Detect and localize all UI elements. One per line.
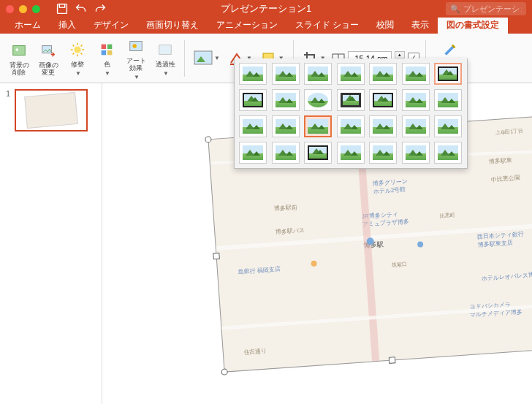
slide-thumbnail[interactable]: 1 [6, 89, 96, 132]
title-bar: プレゼンテーション1 🔍 プレゼンテーション [0, 0, 532, 18]
svg-rect-0 [58, 4, 67, 14]
style-option[interactable] [304, 63, 332, 85]
chevron-down-icon: ▼ [134, 74, 140, 80]
tab-transitions[interactable]: 画面切り替え [137, 17, 208, 34]
map-label: 博多駅前 [273, 204, 297, 213]
save-icon[interactable] [53, 1, 71, 17]
style-option[interactable] [272, 115, 300, 137]
style-option[interactable] [434, 89, 462, 111]
style-option[interactable] [272, 142, 300, 164]
chevron-down-icon: ▼ [163, 70, 169, 77]
style-option[interactable] [434, 63, 462, 85]
step-up-button[interactable]: ▲ [395, 51, 405, 58]
style-option[interactable] [304, 89, 332, 111]
slide-map-preview [24, 92, 78, 129]
map-label: 博多グリーン ホテル2号館 [373, 177, 408, 195]
style-option[interactable] [402, 89, 430, 111]
style-option[interactable] [304, 142, 332, 164]
svg-rect-15 [107, 45, 112, 49]
color-icon [96, 39, 117, 60]
selection-handle[interactable] [213, 253, 220, 260]
corrections-button[interactable]: 修整 ▼ [64, 39, 91, 77]
search-input[interactable]: 🔍 プレゼンテーション [446, 2, 526, 15]
svg-line-12 [73, 53, 75, 55]
style-option[interactable] [239, 63, 267, 85]
map-label: 住吉通り [243, 346, 267, 356]
svg-line-11 [81, 53, 83, 55]
svg-line-13 [81, 45, 83, 47]
map-label: 博多駅東 [488, 156, 512, 165]
style-option[interactable] [402, 142, 430, 164]
style-option[interactable] [369, 89, 397, 111]
style-option-selected[interactable] [304, 115, 332, 137]
close-window-button[interactable] [6, 5, 14, 13]
tab-view[interactable]: 表示 [403, 17, 438, 34]
tab-animations[interactable]: アニメーション [208, 17, 286, 34]
svg-rect-16 [102, 50, 106, 55]
svg-line-10 [73, 45, 75, 47]
map-marker-icon [417, 241, 424, 248]
chevron-down-icon: ▼ [75, 70, 81, 77]
style-option[interactable] [369, 63, 397, 85]
change-picture-button[interactable]: 画像の 変更 [35, 40, 61, 77]
picture-styles-gallery [234, 58, 468, 169]
transparency-icon [155, 39, 175, 60]
map-label: ホテルレオパレス博多 [482, 270, 532, 283]
selection-handle[interactable] [221, 368, 228, 376]
svg-rect-1 [59, 4, 64, 8]
style-option[interactable] [337, 115, 365, 137]
svg-rect-22 [194, 51, 212, 64]
style-option[interactable] [369, 115, 397, 137]
chevron-down-icon: ▼ [214, 55, 220, 61]
style-option[interactable] [402, 115, 430, 137]
tab-slideshow[interactable]: スライド ショー [286, 17, 368, 34]
change-picture-icon [38, 40, 58, 61]
map-label: 比恵町 [440, 211, 456, 219]
tab-insert[interactable]: 挿入 [50, 17, 85, 34]
search-icon: 🔍 [450, 4, 460, 14]
corrections-icon [67, 39, 88, 60]
style-option[interactable] [337, 89, 365, 111]
style-option[interactable] [239, 142, 267, 164]
style-option[interactable] [337, 63, 365, 85]
transparency-button[interactable]: 透過性 ▼ [152, 39, 178, 77]
minimize-window-button[interactable] [19, 5, 27, 13]
tab-picture-format[interactable]: 図の書式設定 [438, 17, 508, 34]
remove-bg-icon [9, 40, 29, 61]
svg-rect-4 [42, 45, 52, 53]
map-label: 島銀行 福岡支店 [238, 265, 281, 276]
style-option[interactable] [369, 142, 397, 164]
svg-rect-14 [102, 45, 106, 49]
map-label: 筑紫口 [392, 261, 408, 269]
undo-icon[interactable] [72, 1, 90, 17]
style-option[interactable] [434, 115, 462, 137]
tab-home[interactable]: ホーム [6, 17, 50, 34]
tab-design[interactable]: デザイン [85, 17, 137, 34]
style-option[interactable] [239, 89, 267, 111]
map-label: 中比恵公園 [490, 174, 520, 184]
redo-icon[interactable] [91, 1, 109, 17]
artistic-effects-button[interactable]: アート 効果 ▼ [123, 36, 149, 80]
document-title: プレゼンテーション1 [221, 2, 311, 15]
color-button[interactable]: 色 ▼ [94, 39, 120, 77]
remove-background-button[interactable]: 背景の 削除 [6, 40, 32, 77]
quick-access-toolbar [53, 1, 109, 17]
selection-handle[interactable] [389, 357, 396, 364]
style-option[interactable] [434, 142, 462, 164]
divider [184, 40, 185, 77]
chevron-down-icon: ▼ [104, 70, 110, 77]
slide-preview [15, 89, 88, 132]
tab-review[interactable]: 校閲 [368, 17, 403, 34]
ribbon-tabs: ホーム 挿入 デザイン 画面切り替え アニメーション スライド ショー 校閲 表… [0, 18, 532, 34]
map-label: 博多駅バス [276, 226, 305, 237]
style-option[interactable] [402, 63, 430, 85]
zoom-window-button[interactable] [32, 5, 40, 13]
style-option[interactable] [337, 142, 365, 164]
style-option[interactable] [239, 115, 267, 137]
artistic-icon [126, 36, 146, 56]
picture-styles-button[interactable]: ▼ [191, 49, 223, 68]
style-option[interactable] [272, 63, 300, 85]
slide-thumbnail-panel: 1 [0, 83, 102, 404]
style-option[interactable] [272, 89, 300, 111]
svg-rect-20 [159, 45, 172, 55]
